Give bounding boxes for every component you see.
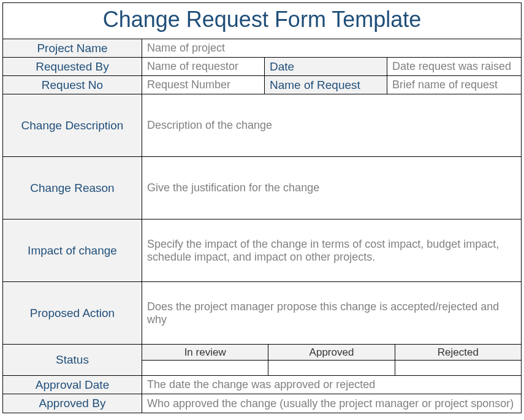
value-change-reason[interactable]: Give the justification for the change	[142, 157, 521, 219]
label-proposed-action: Proposed Action	[3, 282, 142, 344]
value-requested-by[interactable]: Name of requestor	[142, 58, 265, 75]
row-request-no: Request No Request Number Name of Reques…	[3, 76, 521, 94]
row-proposed-action: Proposed Action Does the project manager…	[3, 282, 521, 345]
status-option-rejected: Rejected	[395, 345, 521, 360]
status-option-in-review: In review	[142, 345, 268, 360]
value-request-no[interactable]: Request Number	[142, 76, 265, 94]
row-change-reason: Change Reason Give the justification for…	[3, 157, 521, 220]
label-change-description: Change Description	[3, 94, 142, 156]
title-row: Change Request Form Template	[3, 3, 521, 39]
label-request-no: Request No	[3, 76, 142, 94]
value-impact-of-change[interactable]: Specify the impact of the change in term…	[142, 220, 521, 281]
label-status: Status	[3, 345, 142, 375]
row-requested-by: Requested By Name of requestor Date Date…	[3, 58, 521, 76]
label-change-reason: Change Reason	[3, 157, 142, 219]
form-title: Change Request Form Template	[3, 7, 521, 32]
label-impact-of-change: Impact of change	[3, 220, 142, 281]
row-change-description: Change Description Description of the ch…	[3, 94, 521, 157]
value-approved-by[interactable]: Who approved the change (usually the pro…	[142, 394, 521, 413]
row-approved-by: Approved By Who approved the change (usu…	[3, 394, 521, 413]
row-impact-of-change: Impact of change Specify the impact of t…	[3, 220, 521, 282]
label-project-name: Project Name	[3, 39, 142, 57]
status-value-row	[142, 361, 521, 375]
label-requested-by: Requested By	[3, 58, 142, 75]
status-option-approved: Approved	[268, 345, 395, 360]
change-request-form: Change Request Form Template Project Nam…	[2, 2, 522, 413]
status-grid: In review Approved Rejected	[142, 345, 521, 375]
status-header-row: In review Approved Rejected	[142, 345, 521, 361]
row-approval-date: Approval Date The date the change was ap…	[3, 376, 521, 394]
row-status: Status In review Approved Rejected	[3, 345, 521, 376]
value-project-name[interactable]: Name of project	[142, 39, 521, 57]
label-approved-by: Approved By	[3, 394, 142, 413]
value-approval-date[interactable]: The date the change was approved or reje…	[142, 376, 521, 394]
label-approval-date: Approval Date	[3, 376, 142, 394]
value-date[interactable]: Date request was raised	[387, 58, 521, 75]
value-proposed-action[interactable]: Does the project manager propose this ch…	[142, 282, 521, 344]
value-name-of-request[interactable]: Brief name of request	[387, 76, 521, 94]
value-change-description[interactable]: Description of the change	[142, 94, 521, 156]
status-cell-approved[interactable]	[268, 361, 395, 375]
row-project-name: Project Name Name of project	[3, 39, 521, 58]
status-cell-in-review[interactable]	[142, 361, 268, 375]
label-name-of-request: Name of Request	[265, 76, 387, 94]
label-date: Date	[265, 58, 387, 75]
status-cell-rejected[interactable]	[395, 361, 521, 375]
